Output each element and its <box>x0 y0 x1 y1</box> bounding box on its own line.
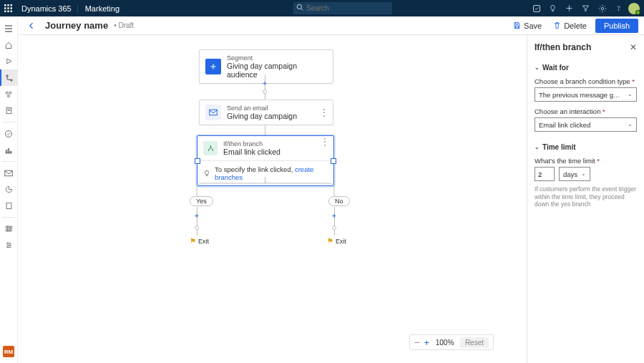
branch-no-pill[interactable]: No <box>328 196 350 206</box>
svg-point-16 <box>618 10 619 11</box>
svg-rect-8 <box>10 11 11 12</box>
svg-point-23 <box>6 92 8 94</box>
zoom-control: − + 100% Reset <box>409 334 494 350</box>
delete-icon <box>553 21 561 29</box>
branch-icon <box>203 141 218 155</box>
svg-rect-0 <box>4 4 6 6</box>
add-node-no-button[interactable]: + <box>330 211 338 220</box>
help-icon[interactable] <box>610 0 627 16</box>
svg-rect-11 <box>533 5 540 11</box>
zoom-out-button[interactable]: − <box>414 338 420 347</box>
user-avatar[interactable] <box>628 3 640 14</box>
chevron-down-icon[interactable]: ⌄ <box>535 64 540 71</box>
nav-home-icon[interactable] <box>0 37 18 53</box>
lightbulb-icon[interactable] <box>545 0 561 16</box>
left-nav: RM <box>0 17 18 363</box>
nav-segments-icon[interactable] <box>0 86 18 102</box>
org-badge[interactable]: RM <box>3 346 14 357</box>
delete-button[interactable]: Delete <box>547 16 592 34</box>
section-timelimit: Time limit <box>542 143 576 151</box>
nav-forms-icon[interactable] <box>0 102 18 119</box>
journey-node-email[interactable]: Send an email Giving day campaign ⋮ <box>199 100 333 125</box>
add-node-button[interactable]: + <box>260 79 269 87</box>
save-button[interactable]: Save <box>507 16 547 34</box>
interaction-label: Choose an interaction <box>535 107 600 115</box>
email-icon <box>205 105 221 120</box>
svg-rect-37 <box>9 226 11 231</box>
publish-button[interactable]: Publish <box>595 19 638 33</box>
svg-rect-31 <box>8 148 9 153</box>
svg-point-24 <box>9 92 11 94</box>
exit-flag-icon: ⚑ <box>327 237 333 245</box>
nav-pages-icon[interactable] <box>0 198 18 214</box>
settings-icon[interactable] <box>594 0 610 16</box>
svg-point-21 <box>6 74 8 76</box>
app-area: Marketing <box>77 4 119 13</box>
section-waitfor: Wait for <box>542 64 569 72</box>
svg-rect-4 <box>7 7 9 9</box>
close-pane-button[interactable]: ✕ <box>630 42 637 52</box>
journey-canvas[interactable]: Segment Giving day campaign audience + S… <box>18 35 527 363</box>
timelimit-unit-select[interactable]: days ⌄ <box>559 167 590 181</box>
ifthen-hint: To specify the link clicked, create bran… <box>215 165 328 181</box>
chevron-down-icon: ⌄ <box>628 91 633 97</box>
timelimit-help: If customers perform the event trigger w… <box>535 185 637 208</box>
svg-point-42 <box>9 245 10 246</box>
journey-node-ifthen[interactable]: ⋮ If/then branch Email link clicked To s… <box>197 135 334 186</box>
nav-library-icon[interactable] <box>0 221 18 237</box>
lightbulb-hint-icon <box>203 170 210 177</box>
ifthen-node-value: Email link clicked <box>223 147 280 156</box>
search-input[interactable] <box>293 2 392 14</box>
svg-rect-36 <box>8 226 9 231</box>
nav-play-icon[interactable] <box>0 53 18 69</box>
svg-rect-17 <box>515 26 518 28</box>
global-search[interactable] <box>293 2 392 14</box>
cond-type-select[interactable]: The previous message gets an interaction… <box>535 87 637 102</box>
svg-point-25 <box>8 95 10 97</box>
node-more-icon[interactable]: ⋮ <box>321 140 329 143</box>
filter-icon[interactable] <box>577 0 594 16</box>
interaction-select[interactable]: Email link clicked ⌄ <box>535 117 637 132</box>
nav-collapse-icon[interactable] <box>0 20 18 37</box>
nav-analytics-icon[interactable] <box>0 142 18 158</box>
chevron-down-icon[interactable]: ⌄ <box>535 144 540 150</box>
add-node-yes-button[interactable]: + <box>192 211 201 220</box>
email-node-value: Giving day campaign <box>227 112 297 120</box>
ifthen-node-label: If/then branch <box>223 140 280 147</box>
node-more-icon[interactable]: ⋮ <box>320 107 328 117</box>
zoom-reset-button[interactable]: Reset <box>460 337 489 348</box>
nav-lists-icon[interactable] <box>0 181 18 198</box>
assistant-icon[interactable] <box>528 0 545 16</box>
segment-icon <box>205 59 221 74</box>
timelimit-value-input[interactable] <box>535 167 555 181</box>
nav-journeys-icon[interactable] <box>0 69 18 86</box>
svg-point-43 <box>7 246 9 248</box>
svg-point-22 <box>11 79 12 80</box>
nav-activity-icon[interactable] <box>0 125 18 142</box>
add-icon[interactable] <box>561 0 577 16</box>
record-status: • Draft <box>114 21 134 29</box>
svg-point-29 <box>6 130 12 137</box>
branch-yes-pill[interactable]: Yes <box>190 196 213 206</box>
exit-no-label: Exit <box>336 238 346 245</box>
product-name: Dynamics 365 <box>16 4 77 13</box>
svg-rect-44 <box>210 110 218 115</box>
delete-label: Delete <box>564 21 587 30</box>
cond-type-label: Choose a branch condition type <box>535 77 630 85</box>
svg-point-15 <box>601 7 603 9</box>
zoom-in-button[interactable]: + <box>424 338 430 347</box>
svg-rect-1 <box>7 4 9 6</box>
nav-email-icon[interactable] <box>0 165 18 181</box>
svg-point-9 <box>297 4 301 9</box>
svg-rect-2 <box>10 4 11 6</box>
header-actions <box>528 0 644 16</box>
svg-rect-33 <box>5 170 13 176</box>
svg-rect-30 <box>6 150 7 153</box>
svg-rect-5 <box>10 7 11 9</box>
svg-rect-6 <box>4 11 6 12</box>
app-launcher-icon[interactable] <box>0 1 16 16</box>
back-button[interactable] <box>24 18 39 34</box>
page-title: Journey name <box>45 20 108 31</box>
save-label: Save <box>524 21 542 30</box>
nav-settings-nav-icon[interactable] <box>0 237 18 253</box>
